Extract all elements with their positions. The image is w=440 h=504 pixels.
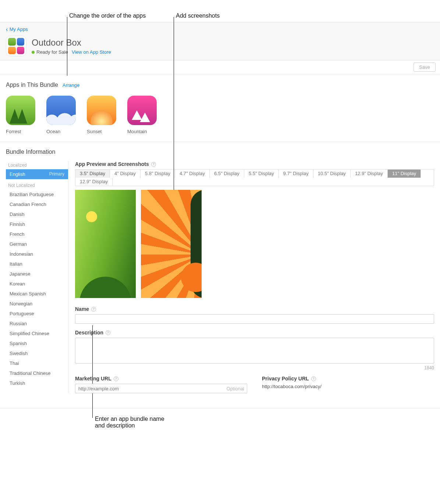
language-item[interactable]: Mexican Spanish bbox=[6, 289, 68, 299]
marketing-url-input[interactable] bbox=[75, 384, 247, 393]
display-size-tab[interactable]: 10.5" Display bbox=[313, 170, 351, 178]
language-item[interactable]: Canadian French bbox=[6, 199, 68, 209]
description-input[interactable] bbox=[75, 338, 434, 363]
annotation-add-screenshots: Add screenshots bbox=[176, 13, 220, 19]
language-item[interactable]: Finnish bbox=[6, 219, 68, 229]
screenshot-thumbnail[interactable] bbox=[141, 190, 202, 298]
display-size-tab[interactable]: 4" Display bbox=[110, 170, 141, 178]
annotation-enter-name-desc: Enter an app bundle name and description bbox=[95, 416, 164, 429]
apps-in-bundle-section: Apps in This Bundle Arrange Forrest Ocea… bbox=[0, 74, 440, 142]
app-icon bbox=[87, 96, 116, 125]
view-on-store-link[interactable]: View on App Store bbox=[72, 49, 111, 55]
language-item[interactable]: Portuguese bbox=[6, 309, 68, 319]
help-icon[interactable]: ? bbox=[311, 376, 316, 381]
help-icon[interactable]: ? bbox=[114, 376, 118, 381]
section-heading: Apps in This Bundle bbox=[6, 82, 58, 88]
screenshots-label: App Preview and Screenshots ? bbox=[75, 161, 434, 167]
language-item[interactable]: Turkish bbox=[6, 378, 68, 388]
bundle-icon bbox=[6, 36, 26, 56]
language-item[interactable]: Italian bbox=[6, 259, 68, 269]
app-label: Mountain bbox=[127, 129, 157, 134]
help-icon[interactable]: ? bbox=[151, 162, 156, 167]
language-item[interactable]: Norwegian bbox=[6, 299, 68, 309]
language-item[interactable]: Danish bbox=[6, 209, 68, 219]
language-item[interactable]: Simplified Chinese bbox=[6, 329, 68, 338]
section-heading: Bundle Information bbox=[6, 149, 434, 155]
app-card-forrest[interactable]: Forrest bbox=[6, 96, 35, 134]
annotation-reorder: Change the order of the apps bbox=[69, 13, 146, 19]
language-item[interactable]: Thai bbox=[6, 358, 68, 368]
optional-badge: Optional bbox=[227, 386, 244, 391]
description-label: Description ? bbox=[75, 330, 434, 336]
display-size-tab[interactable]: 12.9" Display bbox=[351, 170, 388, 178]
screenshot-row bbox=[75, 190, 434, 298]
privacy-url-label: Privacy Policy URL ? bbox=[262, 376, 434, 381]
display-size-tab[interactable]: 3.5" Display bbox=[75, 170, 110, 178]
save-button[interactable]: Save bbox=[414, 63, 436, 72]
display-size-tabs: 3.5" Display4" Display5.8" Display4.7" D… bbox=[75, 169, 434, 186]
language-sidebar: Localized English Primary Not Localized … bbox=[6, 161, 68, 393]
language-item[interactable]: Spanish bbox=[6, 338, 68, 348]
primary-tag: Primary bbox=[49, 171, 64, 177]
app-card-sunset[interactable]: Sunset bbox=[87, 96, 116, 134]
page-title: Outdoor Box bbox=[32, 38, 111, 48]
page-header: My Apps Outdoor Box Ready for Sale View … bbox=[0, 22, 440, 60]
side-heading-not-localized: Not Localized bbox=[6, 181, 68, 189]
privacy-url-value: http://tocaboca.com/privacy/ bbox=[262, 384, 434, 389]
arrange-link[interactable]: Arrange bbox=[63, 82, 79, 88]
status-badge: Ready for Sale bbox=[32, 49, 68, 55]
language-item[interactable]: German bbox=[6, 239, 68, 249]
app-icon bbox=[6, 96, 35, 125]
app-label: Forrest bbox=[6, 129, 35, 134]
display-size-tab[interactable]: 11" Display bbox=[388, 170, 421, 178]
language-item[interactable]: French bbox=[6, 229, 68, 239]
display-size-tab[interactable]: 5.5" Display bbox=[244, 170, 279, 178]
language-item[interactable]: Brazilian Portuguese bbox=[6, 189, 68, 199]
screenshot-thumbnail[interactable] bbox=[75, 190, 136, 298]
name-label: Name ? bbox=[75, 306, 434, 312]
display-size-tab[interactable]: 6.5" Display bbox=[210, 170, 244, 178]
language-item[interactable]: Indonesian bbox=[6, 249, 68, 259]
display-size-tab[interactable]: 12.9" Display bbox=[75, 178, 113, 186]
app-card-mountain[interactable]: Mountain bbox=[127, 96, 157, 134]
display-size-tab[interactable]: 9.7" Display bbox=[279, 170, 313, 178]
app-icon bbox=[127, 96, 157, 125]
language-item[interactable]: Russian bbox=[6, 319, 68, 329]
display-size-tab[interactable]: 4.7" Display bbox=[175, 170, 210, 178]
language-item[interactable]: Japanese bbox=[6, 269, 68, 279]
description-char-count: 1840 bbox=[75, 365, 434, 370]
app-card-ocean[interactable]: Ocean bbox=[46, 96, 76, 134]
marketing-url-label: Marketing URL ? bbox=[75, 376, 247, 381]
display-size-tab[interactable]: 5.8" Display bbox=[141, 170, 175, 178]
name-input[interactable] bbox=[75, 314, 434, 324]
app-label: Sunset bbox=[87, 129, 116, 134]
help-icon[interactable]: ? bbox=[91, 307, 96, 312]
language-item[interactable]: Korean bbox=[6, 279, 68, 289]
toolbar: Save bbox=[0, 60, 440, 74]
bundle-info-section: Bundle Information Localized English Pri… bbox=[0, 142, 440, 408]
app-icon bbox=[46, 96, 76, 125]
help-icon[interactable]: ? bbox=[106, 330, 110, 335]
back-link[interactable]: My Apps bbox=[6, 26, 28, 32]
language-item-english[interactable]: English Primary bbox=[6, 169, 68, 179]
language-item[interactable]: Swedish bbox=[6, 348, 68, 358]
language-item[interactable]: Traditional Chinese bbox=[6, 368, 68, 378]
side-heading-localized: Localized bbox=[6, 161, 68, 169]
app-label: Ocean bbox=[46, 129, 76, 134]
